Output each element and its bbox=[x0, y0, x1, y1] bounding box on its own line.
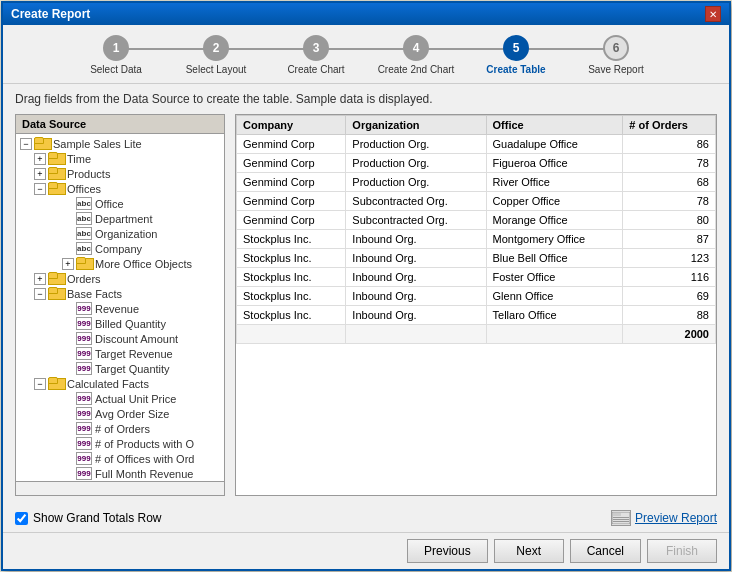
tree-item-root[interactable]: − Sample Sales Lite bbox=[18, 136, 222, 151]
tree-item-time[interactable]: + Time bbox=[18, 151, 222, 166]
tree-item-unit-price[interactable]: 999 Actual Unit Price bbox=[18, 391, 222, 406]
cell-office: Foster Office bbox=[486, 268, 623, 287]
tree-item-company[interactable]: abc Company bbox=[18, 241, 222, 256]
tree-item-target-rev[interactable]: 999 Target Revenue bbox=[18, 346, 222, 361]
tree-label-avg: Avg Order Size bbox=[95, 408, 169, 420]
data-source-panel: Data Source − Sample Sales Lite + Time bbox=[15, 114, 225, 496]
grand-totals-checkbox[interactable] bbox=[15, 512, 28, 525]
tree-item-base-facts[interactable]: − Base Facts bbox=[18, 286, 222, 301]
cell-org: Inbound Org. bbox=[346, 249, 486, 268]
preview-svg bbox=[612, 512, 630, 524]
cell-office: Montgomery Office bbox=[486, 230, 623, 249]
step-4-circle: 4 bbox=[403, 35, 429, 61]
tree-toggle-offices[interactable]: − bbox=[34, 183, 46, 195]
tree-toggle-time[interactable]: + bbox=[34, 153, 46, 165]
col-company: Company bbox=[237, 116, 346, 135]
next-button[interactable]: Next bbox=[494, 539, 564, 563]
tree-toggle-orders[interactable]: + bbox=[34, 273, 46, 285]
cell-company: Stockplus Inc. bbox=[237, 230, 346, 249]
cell-org: Inbound Org. bbox=[346, 230, 486, 249]
folder-icon-orders bbox=[48, 272, 64, 285]
cell-org: Inbound Org. bbox=[346, 287, 486, 306]
title-bar: Create Report ✕ bbox=[3, 3, 729, 25]
horizontal-scrollbar[interactable] bbox=[16, 481, 224, 495]
tree-item-num-offices[interactable]: 999 # of Offices with Ord bbox=[18, 451, 222, 466]
cell-org: Subcontracted Org. bbox=[346, 192, 486, 211]
abc-icon-company: abc bbox=[76, 242, 92, 255]
panel-header: Data Source bbox=[16, 115, 224, 134]
cell-total-empty bbox=[346, 325, 486, 344]
tree-item-full-month[interactable]: 999 Full Month Revenue bbox=[18, 466, 222, 481]
tree-label-num-orders: # of Orders bbox=[95, 423, 150, 435]
close-button[interactable]: ✕ bbox=[705, 6, 721, 22]
preview-report-button[interactable]: Preview Report bbox=[611, 510, 717, 526]
table-total-row: 2000 bbox=[237, 325, 716, 344]
tree-label-offices: Offices bbox=[67, 183, 101, 195]
tree-item-target-qty[interactable]: 999 Target Quantity bbox=[18, 361, 222, 376]
tree-label-revenue: Revenue bbox=[95, 303, 139, 315]
tree-toggle-calc[interactable]: − bbox=[34, 378, 46, 390]
tree-toggle-more[interactable]: + bbox=[62, 258, 74, 270]
tree-label-target-rev: Target Revenue bbox=[95, 348, 173, 360]
finish-button[interactable]: Finish bbox=[647, 539, 717, 563]
grand-totals-label[interactable]: Show Grand Totals Row bbox=[15, 511, 162, 525]
cell-orders: 68 bbox=[623, 173, 716, 192]
tree-item-more-office[interactable]: + More Office Objects bbox=[18, 256, 222, 271]
tree-item-organization[interactable]: abc Organization bbox=[18, 226, 222, 241]
tree-item-calc-facts[interactable]: − Calculated Facts bbox=[18, 376, 222, 391]
num-icon-target-rev: 999 bbox=[76, 347, 92, 360]
num-icon-unit: 999 bbox=[76, 392, 92, 405]
cell-orders: 123 bbox=[623, 249, 716, 268]
cell-orders: 78 bbox=[623, 154, 716, 173]
table-footer: Show Grand Totals Row Preview Report bbox=[3, 504, 729, 532]
svg-rect-2 bbox=[613, 517, 629, 518]
cell-office: Figueroa Office bbox=[486, 154, 623, 173]
tree-toggle-root[interactable]: − bbox=[20, 138, 32, 150]
cell-office: Tellaro Office bbox=[486, 306, 623, 325]
tree-label-root: Sample Sales Lite bbox=[53, 138, 142, 150]
svg-rect-1 bbox=[613, 513, 621, 516]
tree-item-orders[interactable]: + Orders bbox=[18, 271, 222, 286]
cell-office: River Office bbox=[486, 173, 623, 192]
tree-item-offices[interactable]: − Offices bbox=[18, 181, 222, 196]
step-1: 1 Select Data bbox=[66, 35, 166, 75]
cell-orders: 116 bbox=[623, 268, 716, 287]
tree-item-billed-qty[interactable]: 999 Billed Quantity bbox=[18, 316, 222, 331]
folder-icon-products bbox=[48, 167, 64, 180]
folder-icon-more bbox=[76, 257, 92, 270]
table-row: Stockplus Inc.Inbound Org.Tellaro Office… bbox=[237, 306, 716, 325]
tree-container[interactable]: − Sample Sales Lite + Time + bbox=[16, 134, 224, 481]
tree-label-num-products: # of Products with O bbox=[95, 438, 194, 450]
tree-item-avg-order[interactable]: 999 Avg Order Size bbox=[18, 406, 222, 421]
step-4-label: Create 2nd Chart bbox=[378, 64, 455, 75]
folder-icon-root bbox=[34, 137, 50, 150]
grand-totals-text: Show Grand Totals Row bbox=[33, 511, 162, 525]
previous-button[interactable]: Previous bbox=[407, 539, 488, 563]
cell-office: Blue Bell Office bbox=[486, 249, 623, 268]
abc-icon-org: abc bbox=[76, 227, 92, 240]
tree-item-department[interactable]: abc Department bbox=[18, 211, 222, 226]
cancel-button[interactable]: Cancel bbox=[570, 539, 641, 563]
folder-icon-time bbox=[48, 152, 64, 165]
tree-item-products[interactable]: + Products bbox=[18, 166, 222, 181]
cell-company: Stockplus Inc. bbox=[237, 249, 346, 268]
num-icon-full-month: 999 bbox=[76, 467, 92, 480]
tree-toggle-base[interactable]: − bbox=[34, 288, 46, 300]
step-1-circle: 1 bbox=[103, 35, 129, 61]
tree-item-discount[interactable]: 999 Discount Amount bbox=[18, 331, 222, 346]
table-row: Genmind CorpProduction Org.Guadalupe Off… bbox=[237, 135, 716, 154]
tree-item-num-products[interactable]: 999 # of Products with O bbox=[18, 436, 222, 451]
num-icon-discount: 999 bbox=[76, 332, 92, 345]
svg-rect-4 bbox=[613, 521, 629, 522]
tree-label-dept: Department bbox=[95, 213, 152, 225]
tree-item-revenue[interactable]: 999 Revenue bbox=[18, 301, 222, 316]
tree-toggle-products[interactable]: + bbox=[34, 168, 46, 180]
num-icon-products: 999 bbox=[76, 437, 92, 450]
data-table-panel[interactable]: Company Organization Office # of Orders … bbox=[235, 114, 717, 496]
step-1-label: Select Data bbox=[90, 64, 142, 75]
tree-item-office-field[interactable]: abc Office bbox=[18, 196, 222, 211]
cell-company: Stockplus Inc. bbox=[237, 306, 346, 325]
num-icon-revenue: 999 bbox=[76, 302, 92, 315]
step-2-circle: 2 bbox=[203, 35, 229, 61]
tree-item-num-orders[interactable]: 999 # of Orders bbox=[18, 421, 222, 436]
